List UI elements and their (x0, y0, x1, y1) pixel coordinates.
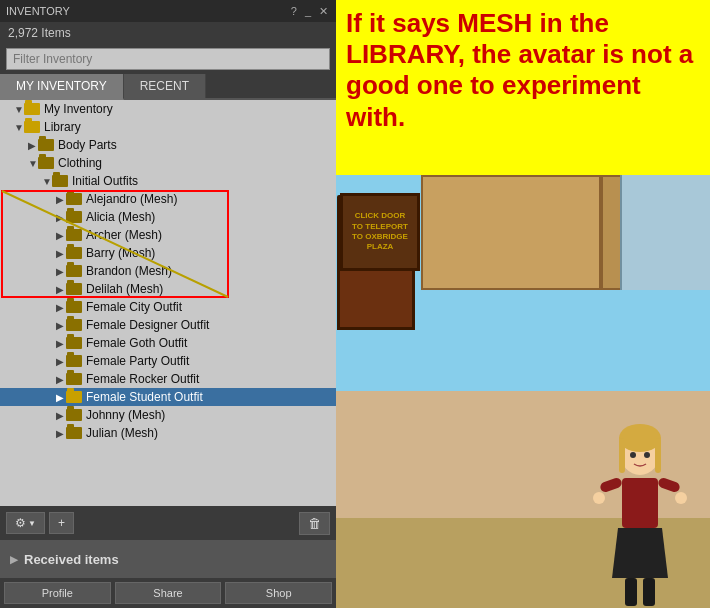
tab-my-inventory[interactable]: MY INVENTORY (0, 74, 124, 100)
folder-icon-body-parts (38, 139, 54, 151)
tree-item-brandon-mesh[interactable]: ▶ Brandon (Mesh) (0, 262, 336, 280)
tree-item-alejandro-mesh[interactable]: ▶ Alejandro (Mesh) (0, 190, 336, 208)
arrow-barry: ▶ (56, 248, 66, 259)
wall-panel-left (421, 175, 601, 290)
tree-item-female-party-outfit[interactable]: ▶ Female Party Outfit (0, 352, 336, 370)
annotation-box: If it says MESH in the LIBRARY, the avat… (336, 0, 710, 175)
avatar (590, 398, 690, 608)
arrow-clothing: ▼ (28, 158, 38, 169)
tree-item-archer-mesh[interactable]: ▶ Archer (Mesh) (0, 226, 336, 244)
tree-label-barry-mesh: Barry (Mesh) (86, 246, 155, 260)
folder-icon-alejandro (66, 193, 82, 205)
game-view: If it says MESH in the LIBRARY, the avat… (336, 0, 710, 608)
tree-label-female-goth-outfit: Female Goth Outfit (86, 336, 187, 350)
tree-item-female-city-outfit[interactable]: ▶ Female City Outfit (0, 298, 336, 316)
arrow-johnny: ▶ (56, 410, 66, 421)
tree-label-johnny-mesh: Johnny (Mesh) (86, 408, 165, 422)
arrow-female-rocker: ▶ (56, 374, 66, 385)
trash-button[interactable]: 🗑 (299, 512, 330, 535)
svg-point-5 (619, 424, 661, 452)
folder-icon-library (24, 121, 40, 133)
tree-item-female-rocker-outfit[interactable]: ▶ Female Rocker Outfit (0, 370, 336, 388)
minimize-button[interactable]: _ (303, 5, 313, 18)
tab-bar: MY INVENTORY RECENT (0, 74, 336, 100)
tree-label-body-parts: Body Parts (58, 138, 117, 152)
tab-recent[interactable]: RECENT (124, 74, 206, 98)
tree-label-library: Library (44, 120, 81, 134)
search-bar (0, 44, 336, 74)
tree-item-johnny-mesh[interactable]: ▶ Johnny (Mesh) (0, 406, 336, 424)
tree-item-initial-outfits[interactable]: ▼ Initial Outfits (0, 172, 336, 190)
arrow-body-parts: ▶ (28, 140, 38, 151)
tree-item-alicia-mesh[interactable]: ▶ Alicia (Mesh) (0, 208, 336, 226)
tree-item-female-student-outfit[interactable]: ▶ Female Student Outfit (0, 388, 336, 406)
tree-label-female-city-outfit: Female City Outfit (86, 300, 182, 314)
arrow-alicia: ▶ (56, 212, 66, 223)
mesh-items-group: ▶ Alejandro (Mesh) ▶ Alicia (Mesh) ▶ Arc… (0, 190, 336, 298)
folder-icon-female-designer (66, 319, 82, 331)
inventory-title: INVENTORY (6, 5, 70, 17)
plus-icon: + (58, 516, 65, 530)
gear-dropdown-icon: ▼ (28, 519, 36, 528)
tree-item-female-goth-outfit[interactable]: ▶ Female Goth Outfit (0, 334, 336, 352)
tree-label-female-party-outfit: Female Party Outfit (86, 354, 189, 368)
tree-item-clothing[interactable]: ▼ Clothing (0, 154, 336, 172)
folder-icon-archer (66, 229, 82, 241)
folder-icon-female-city (66, 301, 82, 313)
tree-label-delilah-mesh: Delilah (Mesh) (86, 282, 163, 296)
folder-icon-brandon (66, 265, 82, 277)
svg-point-8 (630, 452, 636, 458)
arrow-female-student: ▶ (56, 392, 66, 403)
help-button[interactable]: ? (289, 5, 299, 18)
tree-item-female-designer-outfit[interactable]: ▶ Female Designer Outfit (0, 316, 336, 334)
inventory-tree: ▼ My Inventory ▼ Library ▶ Body Parts ▼ … (0, 100, 336, 506)
trash-icon: 🗑 (308, 516, 321, 531)
tree-label-alicia-mesh: Alicia (Mesh) (86, 210, 155, 224)
arrow-initial-outfits: ▼ (42, 176, 52, 187)
arrow-my-inventory: ▼ (14, 104, 24, 115)
svg-rect-2 (622, 478, 658, 528)
arrow-female-party: ▶ (56, 356, 66, 367)
arrow-archer: ▶ (56, 230, 66, 241)
tree-label-female-student-outfit: Female Student Outfit (86, 390, 203, 404)
svg-point-13 (675, 492, 687, 504)
folder-icon-barry (66, 247, 82, 259)
svg-rect-15 (643, 578, 655, 606)
add-button[interactable]: + (49, 512, 74, 534)
shop-button[interactable]: Shop (225, 582, 332, 604)
search-input[interactable] (6, 48, 330, 70)
svg-rect-7 (655, 438, 661, 473)
share-button[interactable]: Share (115, 582, 222, 604)
folder-icon-julian (66, 427, 82, 439)
tree-item-delilah-mesh[interactable]: ▶ Delilah (Mesh) (0, 280, 336, 298)
building-right (620, 175, 710, 290)
tree-item-barry-mesh[interactable]: ▶ Barry (Mesh) (0, 244, 336, 262)
bottom-buttons-bar: Profile Share Shop (0, 578, 336, 608)
folder-icon-female-rocker (66, 373, 82, 385)
received-items-row[interactable]: ▶ Received items (0, 540, 336, 578)
folder-icon-clothing (38, 157, 54, 169)
tree-item-library[interactable]: ▼ Library (0, 118, 336, 136)
gear-button[interactable]: ⚙ ▼ (6, 512, 45, 534)
tree-label-female-rocker-outfit: Female Rocker Outfit (86, 372, 199, 386)
svg-point-9 (644, 452, 650, 458)
arrow-library: ▼ (14, 122, 24, 133)
received-items-label: Received items (24, 552, 119, 567)
teleport-sign-text: Click Door to Teleport to Oxbridge Plaza (352, 211, 408, 253)
tree-item-julian-mesh[interactable]: ▶ Julian (Mesh) (0, 424, 336, 442)
close-button[interactable]: ✕ (317, 5, 330, 18)
folder-icon-initial-outfits (52, 175, 68, 187)
arrow-delilah: ▶ (56, 284, 66, 295)
tree-label-alejandro-mesh: Alejandro (Mesh) (86, 192, 177, 206)
arrow-female-designer: ▶ (56, 320, 66, 331)
tree-item-my-inventory[interactable]: ▼ My Inventory (0, 100, 336, 118)
svg-rect-6 (619, 438, 625, 473)
svg-rect-14 (625, 578, 637, 606)
arrow-alejandro: ▶ (56, 194, 66, 205)
profile-button[interactable]: Profile (4, 582, 111, 604)
folder-icon-alicia (66, 211, 82, 223)
arrow-female-goth: ▶ (56, 338, 66, 349)
svg-point-12 (593, 492, 605, 504)
tree-item-body-parts[interactable]: ▶ Body Parts (0, 136, 336, 154)
tree-label-female-designer-outfit: Female Designer Outfit (86, 318, 209, 332)
